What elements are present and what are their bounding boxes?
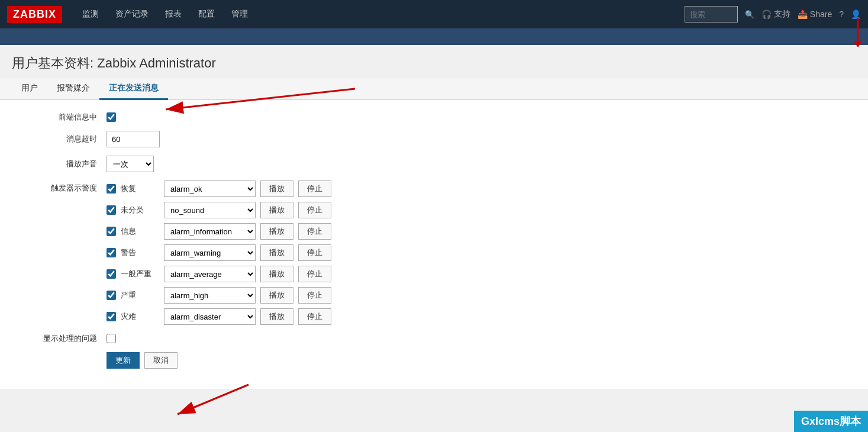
severity-play-high[interactable]: 播放 bbox=[260, 287, 293, 304]
show-resolved-control bbox=[107, 334, 116, 343]
severity-name-unclassified: 未分类 bbox=[121, 205, 159, 215]
play-sound-select[interactable]: 一次 一直 10秒 30秒 bbox=[107, 156, 154, 172]
nav-item-manage[interactable]: 管理 bbox=[223, 0, 256, 28]
severity-sound-info[interactable]: alarm_informationalarm_okno_sound alarm_… bbox=[164, 223, 256, 240]
severity-sound-unclassified[interactable]: no_soundalarm_okalarm_information alarm_… bbox=[164, 202, 256, 218]
severity-sound-high[interactable]: alarm_highalarm_okno_sound alarm_informa… bbox=[164, 287, 256, 304]
severity-check-disaster[interactable] bbox=[107, 312, 116, 321]
user-icon[interactable]: 👤 bbox=[851, 9, 861, 19]
severity-name-disaster: 灾难 bbox=[121, 311, 159, 322]
severity-sound-recovery[interactable]: alarm_okno_soundalarm_information alarm_… bbox=[164, 180, 256, 197]
search-input[interactable] bbox=[685, 6, 738, 22]
severity-row-recovery: 恢复 alarm_okno_soundalarm_information ala… bbox=[107, 180, 331, 197]
severity-check-recovery[interactable] bbox=[107, 184, 116, 194]
nav-item-assets[interactable]: 资产记录 bbox=[107, 0, 157, 28]
play-sound-row: 播放声音 一次 一直 10秒 30秒 bbox=[18, 156, 850, 172]
severity-name-high: 严重 bbox=[121, 290, 159, 301]
play-sound-control: 一次 一直 10秒 30秒 bbox=[107, 156, 154, 172]
severity-row-warning: 警告 alarm_warningalarm_okno_sound alarm_i… bbox=[107, 244, 331, 261]
update-button[interactable]: 更新 bbox=[107, 352, 140, 369]
severity-name-recovery: 恢复 bbox=[121, 183, 159, 194]
severity-play-info[interactable]: 播放 bbox=[260, 223, 293, 240]
severity-play-recovery[interactable]: 播放 bbox=[260, 180, 293, 197]
severity-section: 触发器示警度 恢复 alarm_okno_soundalarm_informat… bbox=[18, 180, 850, 325]
severity-check-warning[interactable] bbox=[107, 248, 116, 257]
frontend-row: 前端信息中 bbox=[18, 112, 850, 122]
frontend-label: 前端信息中 bbox=[18, 112, 107, 122]
severity-check-info[interactable] bbox=[107, 227, 116, 236]
severity-sound-disaster[interactable]: alarm_disasteralarm_okno_sound alarm_inf… bbox=[164, 308, 256, 325]
nav-item-config[interactable]: 配置 bbox=[190, 0, 223, 28]
timeout-control: 60 bbox=[107, 131, 160, 147]
cancel-button[interactable]: 取消 bbox=[144, 352, 178, 369]
severity-stop-recovery[interactable]: 停止 bbox=[298, 180, 331, 197]
show-resolved-row: 显示处理的问题 bbox=[18, 333, 850, 344]
severity-rows: 恢复 alarm_okno_soundalarm_information ala… bbox=[107, 180, 331, 325]
play-sound-label: 播放声音 bbox=[18, 159, 107, 169]
tab-messaging[interactable]: 正在发送消息 bbox=[99, 78, 168, 100]
share-link[interactable]: 📤 Share bbox=[798, 9, 832, 19]
content-area: 前端信息中 消息超时 60 播放声音 一次 一直 10秒 30秒 触发器示警度 bbox=[0, 100, 868, 389]
nav-right: 🔍 🎧 支持 📤 Share ? 👤 bbox=[685, 6, 861, 22]
severity-label: 触发器示警度 bbox=[18, 180, 107, 194]
top-nav: ZABBIX 监测 资产记录 报表 配置 管理 🔍 🎧 支持 📤 Share ?… bbox=[0, 0, 868, 28]
severity-stop-unclassified[interactable]: 停止 bbox=[298, 202, 331, 218]
severity-row-unclassified: 未分类 no_soundalarm_okalarm_information al… bbox=[107, 202, 331, 218]
severity-row-average: 一般严重 alarm_averagealarm_okno_sound alarm… bbox=[107, 266, 331, 282]
severity-name-info: 信息 bbox=[121, 226, 159, 237]
tab-media[interactable]: 报警媒介 bbox=[47, 78, 99, 100]
help-icon[interactable]: ? bbox=[839, 9, 844, 19]
timeout-input[interactable]: 60 bbox=[107, 131, 160, 147]
timeout-label: 消息超时 bbox=[18, 134, 107, 144]
search-icon[interactable]: 🔍 bbox=[745, 10, 754, 19]
page-header: 用户基本资料: Zabbix Administrator bbox=[0, 45, 868, 72]
show-resolved-checkbox[interactable] bbox=[107, 334, 116, 343]
support-link[interactable]: 🎧 支持 bbox=[761, 9, 790, 20]
severity-stop-info[interactable]: 停止 bbox=[298, 223, 331, 240]
severity-check-average[interactable] bbox=[107, 269, 116, 279]
severity-stop-warning[interactable]: 停止 bbox=[298, 244, 331, 261]
logo: ZABBIX bbox=[7, 6, 62, 23]
action-buttons: 更新 取消 bbox=[107, 352, 178, 369]
severity-play-warning[interactable]: 播放 bbox=[260, 244, 293, 261]
nav-item-reports[interactable]: 报表 bbox=[157, 0, 190, 28]
page-title: 用户基本资料: Zabbix Administrator bbox=[12, 54, 856, 72]
severity-play-average[interactable]: 播放 bbox=[260, 266, 293, 282]
tabs: 用户 报警媒介 正在发送消息 bbox=[0, 78, 868, 100]
timeout-row: 消息超时 60 bbox=[18, 131, 850, 147]
severity-check-unclassified[interactable] bbox=[107, 205, 116, 215]
severity-name-average: 一般严重 bbox=[121, 269, 159, 279]
nav-item-monitor[interactable]: 监测 bbox=[74, 0, 107, 28]
severity-row-info: 信息 alarm_informationalarm_okno_sound ala… bbox=[107, 223, 331, 240]
severity-check-high[interactable] bbox=[107, 291, 116, 300]
severity-sound-average[interactable]: alarm_averagealarm_okno_sound alarm_info… bbox=[164, 266, 256, 282]
severity-play-unclassified[interactable]: 播放 bbox=[260, 202, 293, 218]
tab-user[interactable]: 用户 bbox=[12, 78, 47, 100]
show-resolved-label: 显示处理的问题 bbox=[18, 333, 107, 344]
severity-name-warning: 警告 bbox=[121, 247, 159, 258]
frontend-checkbox[interactable] bbox=[107, 112, 116, 122]
secondary-bar bbox=[0, 28, 868, 45]
severity-stop-high[interactable]: 停止 bbox=[298, 287, 331, 304]
severity-stop-disaster[interactable]: 停止 bbox=[298, 308, 331, 325]
action-buttons-row: 更新 取消 bbox=[18, 352, 850, 369]
severity-row-disaster: 灾难 alarm_disasteralarm_okno_sound alarm_… bbox=[107, 308, 331, 325]
severity-row-high: 严重 alarm_highalarm_okno_sound alarm_info… bbox=[107, 287, 331, 304]
severity-stop-average[interactable]: 停止 bbox=[298, 266, 331, 282]
severity-play-disaster[interactable]: 播放 bbox=[260, 308, 293, 325]
severity-sound-warning[interactable]: alarm_warningalarm_okno_sound alarm_info… bbox=[164, 244, 256, 261]
frontend-control bbox=[107, 112, 116, 122]
